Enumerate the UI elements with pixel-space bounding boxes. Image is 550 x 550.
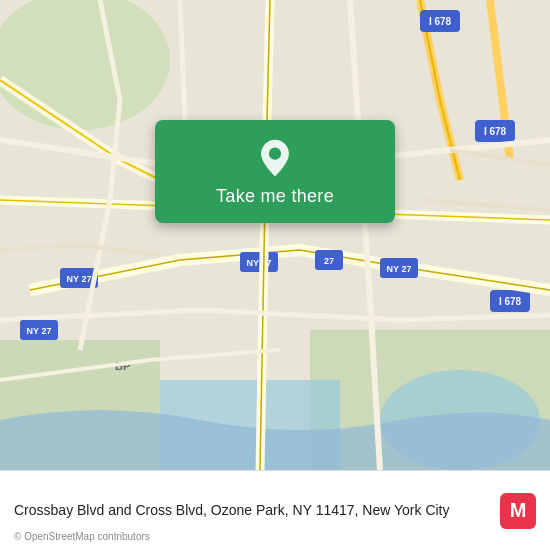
moovit-logo: M	[500, 493, 536, 529]
map-pin-icon	[255, 138, 295, 178]
address-text: Crossbay Blvd and Cross Blvd, Ozone Park…	[14, 501, 500, 521]
copyright-text: © OpenStreetMap contributors	[14, 531, 150, 542]
svg-text:I 678: I 678	[499, 296, 522, 307]
svg-text:I 678: I 678	[484, 126, 507, 137]
map-view: I 678 I 678 I 678 NY 27 NY 27 NY 27 27 B…	[0, 0, 550, 470]
svg-text:NY 27: NY 27	[387, 264, 412, 274]
button-label: Take me there	[216, 186, 334, 207]
svg-text:NY 27: NY 27	[27, 326, 52, 336]
svg-point-23	[269, 148, 281, 160]
svg-text:NY 27: NY 27	[67, 274, 92, 284]
take-me-there-button[interactable]: Take me there	[155, 120, 395, 223]
svg-text:I 678: I 678	[429, 16, 452, 27]
info-bar: © OpenStreetMap contributors Crossbay Bl…	[0, 470, 550, 550]
address-block: © OpenStreetMap contributors Crossbay Bl…	[14, 501, 500, 521]
map-svg: I 678 I 678 I 678 NY 27 NY 27 NY 27 27 B…	[0, 0, 550, 470]
moovit-icon: M	[500, 493, 536, 529]
svg-text:27: 27	[324, 256, 334, 266]
